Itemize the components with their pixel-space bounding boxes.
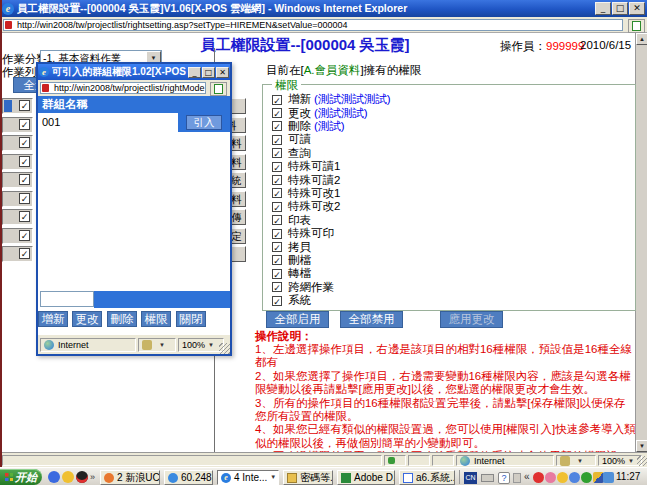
protected-mode-cell[interactable]: ▼ <box>556 455 596 466</box>
work-item-row[interactable]: ✓ <box>2 117 33 133</box>
tray-qq-icon-2[interactable] <box>545 472 556 483</box>
remote-icon <box>168 473 178 483</box>
popup-zoom-cell[interactable]: 100%▼ <box>178 338 224 352</box>
resize-grip[interactable] <box>219 343 230 354</box>
popup-protected-mode-cell[interactable]: ▼ <box>138 338 176 352</box>
page-icon <box>632 21 641 31</box>
taskbar-item-60-248[interactable]: 60.248... <box>164 470 213 485</box>
disable-all-button[interactable]: 全部禁用 <box>340 311 403 328</box>
taskbar-item-adobe[interactable]: Adobe D... <box>337 470 395 485</box>
quicklaunch-more-chevron[interactable]: » <box>90 472 95 482</box>
window-titlebar: e 員工權限設置--[000004 吳玉霞]V1.06[X-POS 雲端網] -… <box>0 0 647 17</box>
scroll-up-icon[interactable]: ▲ <box>636 33 647 45</box>
permission-checkbox[interactable]: ✓ <box>272 148 282 158</box>
group-name-input[interactable] <box>40 291 94 307</box>
status-green-icon <box>388 457 395 464</box>
chevron-down-icon: ▼ <box>159 342 165 348</box>
zoom-cell[interactable]: 100%▼ <box>598 455 642 466</box>
taskbar-item-a6-system[interactable]: a6.系統... <box>399 470 455 485</box>
permission-checkbox[interactable]: ✓ <box>272 175 282 185</box>
permission-checkbox[interactable]: ✓ <box>272 95 282 105</box>
taskbar-item-sina-uc[interactable]: 2 新浪UC▼ <box>100 470 160 485</box>
taskbar-item-internet-explorer[interactable]: e4 Inte...▼ <box>217 470 279 485</box>
permission-checkbox[interactable]: ✓ <box>272 229 282 239</box>
permission-checkbox[interactable]: ✓ <box>272 269 282 279</box>
popup-address-input[interactable]: http://win2008/tw/projectlist/rightMode <box>40 82 206 94</box>
work-item-row[interactable]: ✓ <box>2 246 33 262</box>
quicklaunch-qq-icon[interactable] <box>76 471 88 483</box>
start-button[interactable]: 开始 <box>0 469 42 485</box>
popup-maximize-button[interactable]: □ <box>202 67 215 78</box>
work-item-row[interactable]: ✓ <box>2 228 33 244</box>
work-item-row[interactable]: ✓ <box>2 172 33 188</box>
popup-go-button[interactable] <box>210 82 227 96</box>
permission-checkbox[interactable]: ✓ <box>272 215 282 225</box>
tray-expand-chevron[interactable]: « <box>524 471 530 482</box>
go-button[interactable] <box>628 19 645 33</box>
tray-help-icon[interactable]: ? <box>498 472 510 484</box>
enable-all-button[interactable]: 全部启用 <box>266 311 329 328</box>
permission-row: ✓刪除(測試) <box>272 120 391 133</box>
permission-checkbox[interactable]: ✓ <box>272 121 282 131</box>
permission-checkbox[interactable]: ✓ <box>272 202 282 212</box>
adobe-icon <box>341 473 351 483</box>
import-button[interactable]: 引入 <box>186 115 222 130</box>
tray-star-icon[interactable] <box>557 472 568 483</box>
minimize-button[interactable]: _ <box>595 2 611 15</box>
popup-minimize-button[interactable]: _ <box>188 67 201 78</box>
popup-edit-button[interactable]: 更改 <box>72 311 102 327</box>
apply-changes-button[interactable]: 應用更改 <box>440 311 503 328</box>
address-input[interactable]: http://win2008/tw/projectlist/rightsetti… <box>3 19 623 31</box>
tray-messenger-icon[interactable] <box>569 472 580 483</box>
permission-row: ✓跨網作業 <box>272 280 391 293</box>
status-icon-cell <box>384 455 406 466</box>
tray-media-icon[interactable] <box>581 472 592 483</box>
group-row-action-cell: 引入 <box>178 113 230 132</box>
tray-qq-icon[interactable] <box>533 472 544 483</box>
quicklaunch-uc-icon[interactable] <box>62 471 74 483</box>
tray-network-icon[interactable] <box>603 472 614 483</box>
work-item-checkbox[interactable]: ✓ <box>19 100 30 111</box>
permission-checkbox[interactable]: ✓ <box>272 135 282 145</box>
internet-globe-icon <box>460 456 470 466</box>
tray-language-indicator[interactable]: CN <box>464 472 477 484</box>
permission-checkbox[interactable]: ✓ <box>272 296 282 306</box>
taskbar-item-password-folder[interactable]: 密碼等... <box>283 470 333 485</box>
work-item-row[interactable]: ✓ <box>2 209 33 225</box>
permission-label: 系統 <box>288 293 311 308</box>
scroll-down-icon[interactable]: ▼ <box>636 440 647 452</box>
permission-checkbox[interactable]: ✓ <box>272 188 282 198</box>
work-item-checkbox[interactable]: ✓ <box>19 174 30 185</box>
quicklaunch-ie-icon[interactable] <box>48 471 60 483</box>
popup-close-button[interactable]: ✕ <box>216 67 229 78</box>
resize-grip[interactable] <box>637 456 647 466</box>
popup-permission-button[interactable]: 權限 <box>141 311 171 327</box>
popup-close-action-button[interactable]: 關閉 <box>176 311 206 327</box>
work-item-checkbox[interactable]: ✓ <box>19 119 30 130</box>
popup-delete-button[interactable]: 刪除 <box>107 311 137 327</box>
work-item-checkbox[interactable]: ✓ <box>19 248 30 259</box>
work-item-checkbox[interactable]: ✓ <box>19 193 30 204</box>
permission-checkbox[interactable]: ✓ <box>272 242 282 252</box>
work-item-checkbox[interactable]: ✓ <box>19 137 30 148</box>
permission-checkbox[interactable]: ✓ <box>272 108 282 118</box>
popup-status-bar: Internet ▼ 100%▼ <box>38 334 230 354</box>
permission-checkbox[interactable]: ✓ <box>272 282 282 292</box>
permission-checkbox[interactable]: ✓ <box>272 255 282 265</box>
maximize-button[interactable]: □ <box>612 2 628 15</box>
tray-hidden-icons-button[interactable] <box>513 473 521 483</box>
group-row[interactable]: 001 引入 <box>38 113 230 132</box>
status-message-cell <box>2 455 382 466</box>
tray-keyboard-icon[interactable] <box>481 474 494 482</box>
popup-add-button[interactable]: 增新 <box>38 311 68 327</box>
work-item-checkbox[interactable]: ✓ <box>19 211 30 222</box>
permission-checkbox[interactable]: ✓ <box>272 162 282 172</box>
work-item-checkbox[interactable]: ✓ <box>19 230 30 241</box>
work-item-row[interactable]: ✓ <box>2 135 33 151</box>
work-item-checkbox[interactable]: ✓ <box>19 156 30 167</box>
work-item-row[interactable]: ✓ <box>2 154 33 170</box>
close-button[interactable]: ✕ <box>629 2 645 15</box>
work-item-row[interactable]: ✓ <box>2 98 33 114</box>
work-item-row[interactable]: ✓ <box>2 191 33 207</box>
tray-clock: 11:27 <box>616 471 640 482</box>
